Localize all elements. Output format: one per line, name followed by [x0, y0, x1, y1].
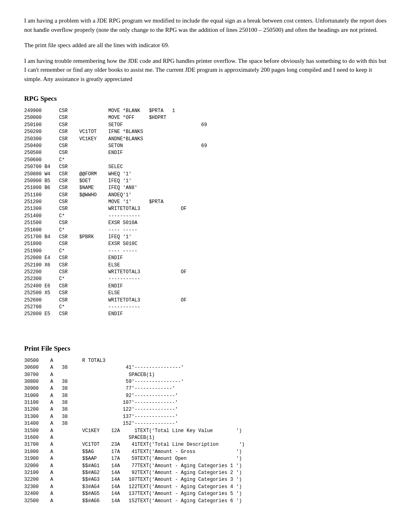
- intro-paragraph1: I am having a problem with a JDE RPG pro…: [24, 16, 387, 34]
- print-file-specs-heading: Print File Specs: [24, 345, 387, 353]
- rpg-code-block: 249900 CSR MOVE *BLANK $PRTA 1 250000 CS…: [24, 108, 387, 318]
- intro-paragraph3: I am having trouble remembering how the …: [24, 56, 387, 84]
- rpg-specs-heading: RPG Specs: [24, 95, 387, 103]
- intro-paragraph2: The print file specs added are all the l…: [24, 41, 387, 50]
- spacer: [24, 321, 387, 333]
- print-code-block: 30500 A R TOTAL3 30600 A 38 41'---------…: [24, 357, 387, 505]
